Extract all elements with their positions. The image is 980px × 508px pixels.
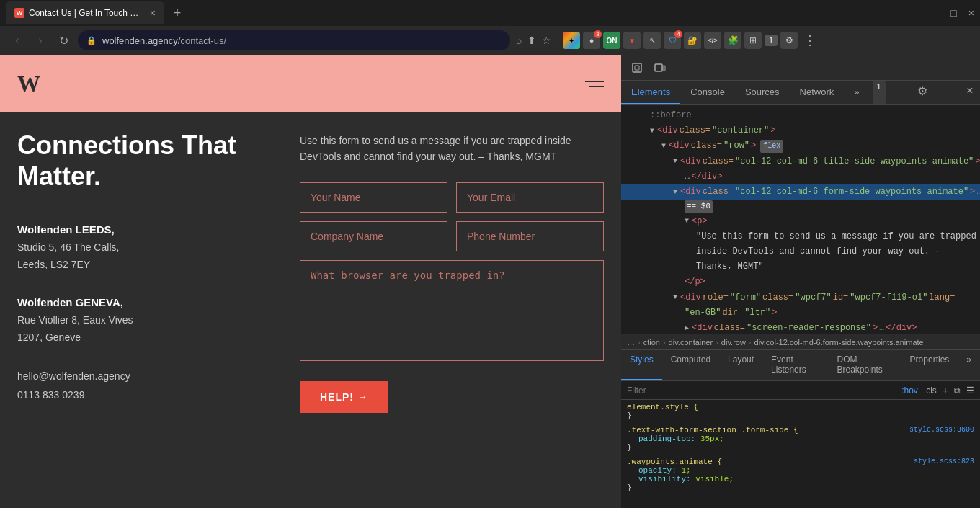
devtools-close-button[interactable]: ×: [960, 81, 980, 101]
code-text-2: inside DevTools and cannot find your way…: [621, 244, 980, 259]
svg-rect-3: [663, 66, 665, 71]
extension-cursor-icon[interactable]: ↖: [643, 32, 661, 49]
minimize-button[interactable]: —: [929, 7, 939, 19]
nav-actions: ⌕ ⬆ ☆: [516, 35, 551, 46]
code-div-container[interactable]: <div class="container">: [621, 123, 980, 138]
code-p[interactable]: <p>: [621, 214, 980, 229]
new-tab-button[interactable]: +: [167, 3, 187, 23]
extension-green-icon[interactable]: ON: [603, 32, 620, 49]
triangle-form[interactable]: [673, 187, 677, 198]
style-tool-1[interactable]: ⧉: [954, 386, 961, 396]
share-icon[interactable]: ⬆: [527, 35, 536, 46]
tab-network[interactable]: Network: [790, 81, 845, 104]
close-window-button[interactable]: ×: [968, 7, 974, 19]
extension-code-icon[interactable]: </>: [704, 32, 721, 49]
phone-number-input[interactable]: [456, 221, 604, 251]
active-tab[interactable]: W Contact Us | Get In Touch With U ×: [6, 1, 164, 24]
settings-icon[interactable]: ⚙: [780, 32, 798, 49]
breadcrumb-row[interactable]: div.row: [721, 338, 746, 347]
triangle-row[interactable]: [662, 141, 666, 152]
devtools-toolbar: [621, 55, 980, 81]
hero-area: Connections That Matter. Wolfenden LEEDS…: [0, 112, 621, 508]
your-email-input[interactable]: [456, 182, 604, 213]
add-style-button[interactable]: +: [943, 385, 948, 396]
tab-properties[interactable]: Properties: [901, 350, 958, 380]
devtools-settings-icon[interactable]: ⚙: [912, 81, 932, 101]
rule-element-style: element.style { }: [621, 400, 980, 423]
hamburger-menu[interactable]: [585, 81, 604, 87]
style-tool-2[interactable]: ☰: [966, 386, 974, 396]
leeds-postcode: Leeds, LS2 7EY: [17, 257, 271, 274]
triangle-container[interactable]: [650, 125, 654, 137]
triangle-title[interactable]: [673, 156, 677, 167]
svg-rect-0: [633, 63, 641, 72]
form-intro: Use this form to send us a message if yo…: [300, 133, 604, 165]
contact-info: hello@wolfenden.agency 0113 833 0239: [17, 367, 271, 405]
code-div-form-side[interactable]: <div class="col-12 col-md-6 form-side wa…: [621, 184, 980, 200]
svg-rect-2: [655, 64, 662, 71]
contact-phone[interactable]: 0113 833 0239: [17, 386, 271, 405]
tab-computed[interactable]: Computed: [662, 350, 719, 380]
hamburger-line-2: [589, 86, 604, 87]
code-div-row[interactable]: <div class="row"> flex: [621, 138, 980, 153]
address-bar[interactable]: 🔒 wolfenden.agency/contact-us/: [78, 30, 510, 50]
tab-bar: W Contact Us | Get In Touch With U × + —…: [0, 0, 980, 26]
contact-email[interactable]: hello@wolfenden.agency: [17, 367, 271, 386]
devtools-tabs: Elements Console Sources Network » 1 ⚙ ×: [621, 81, 980, 105]
tab-styles-more[interactable]: »: [958, 350, 980, 380]
extension-puzzle-icon[interactable]: 🧩: [724, 32, 741, 49]
tab-close-button[interactable]: ×: [150, 7, 156, 19]
triangle-p[interactable]: [685, 215, 689, 227]
tab-title: Contact Us | Get In Touch With U: [29, 8, 146, 18]
site-logo[interactable]: W: [17, 71, 40, 97]
browser-chrome: W Contact Us | Get In Touch With U × + —…: [0, 0, 980, 55]
extension-badge-icon[interactable]: ● 3: [583, 32, 600, 49]
breadcrumb-form-side[interactable]: div.col-12.col-md-6.form-side.waypoints.…: [754, 338, 924, 347]
tab-event-listeners[interactable]: Event Listeners: [762, 350, 828, 380]
geneva-street: Rue Viollier 8, Eaux Vives: [17, 312, 271, 329]
tab-styles[interactable]: Styles: [621, 350, 662, 380]
extension-heart-icon[interactable]: ♥: [623, 32, 641, 49]
extension-icons: ✦ ● 3 ON ♥ ↖ 🛡 4 🔐 </> 🧩 ⊞ 1 ⚙ ⋮: [563, 32, 816, 49]
tabs-container: W Contact Us | Get In Touch With U × +: [6, 1, 187, 24]
hov-button[interactable]: :hov: [901, 386, 918, 396]
tab-sources[interactable]: Sources: [735, 81, 790, 104]
company-name-input[interactable]: [300, 221, 447, 251]
tab-console[interactable]: Console: [680, 81, 735, 104]
search-icon[interactable]: ⌕: [516, 35, 522, 46]
address-leeds: Wolfenden LEEDS, Studio 5, 46 The Calls,…: [17, 220, 271, 273]
code-div-title-side[interactable]: <div class="col-12 col-md-6 title-side w…: [621, 154, 980, 169]
message-textarea[interactable]: [300, 260, 604, 361]
breadcrumb-ction[interactable]: ction: [643, 338, 660, 347]
extension-wavy-icon[interactable]: ✦: [563, 32, 580, 49]
inspect-element-button[interactable]: [627, 58, 647, 78]
styles-filter-input[interactable]: [627, 386, 896, 396]
browser-menu-button[interactable]: ⋮: [803, 32, 816, 48]
tab-dom-breakpoints[interactable]: DOM Breakpoints: [828, 350, 901, 380]
reload-button[interactable]: ↻: [55, 34, 72, 48]
code-div-form-wpcf7[interactable]: <div role="form" class="wpcf7" id="wpcf7…: [621, 290, 980, 306]
headline: Connections That Matter.: [17, 130, 271, 192]
submit-button[interactable]: HELP! →: [300, 381, 388, 413]
hero-content: Connections That Matter. Wolfenden LEEDS…: [17, 130, 604, 413]
device-toggle-button[interactable]: [650, 58, 670, 78]
breadcrumb-ellipsis[interactable]: …: [627, 338, 635, 347]
your-name-input[interactable]: [300, 182, 447, 213]
maximize-button[interactable]: □: [950, 7, 956, 19]
extension-shield-icon[interactable]: 🛡 4: [664, 32, 681, 49]
triangle-wpcf7[interactable]: [673, 292, 677, 303]
extension-lock-icon[interactable]: 🔐: [684, 32, 701, 49]
tab-elements[interactable]: Elements: [621, 81, 680, 104]
forward-button[interactable]: ›: [32, 34, 49, 47]
cls-button[interactable]: .cls: [924, 386, 937, 396]
bookmark-icon[interactable]: ☆: [542, 35, 551, 46]
breadcrumb-container[interactable]: div.container: [669, 338, 713, 347]
tab-more[interactable]: »: [844, 81, 869, 104]
devtools-console-button[interactable]: 1: [765, 35, 778, 46]
back-button[interactable]: ‹: [9, 34, 26, 47]
extension-extra-icon[interactable]: ⊞: [744, 32, 762, 49]
leeds-city: Wolfenden LEEDS,: [17, 220, 271, 239]
tab-layout[interactable]: Layout: [719, 350, 762, 380]
triangle-sr[interactable]: [685, 323, 689, 334]
code-screen-reader[interactable]: <div class="screen-reader-response"> …</…: [621, 321, 980, 334]
